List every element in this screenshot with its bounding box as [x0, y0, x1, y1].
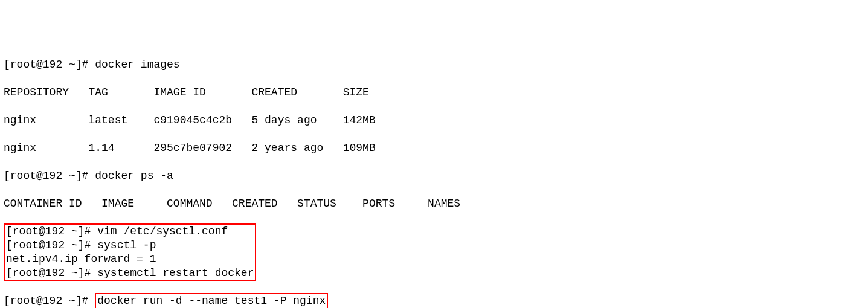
- prompt: [root@192 ~]#: [6, 225, 97, 237]
- line-cmd-run1: [root@192 ~]# docker run -d --name test1…: [4, 294, 864, 308]
- cmd: docker ps -a: [95, 170, 173, 182]
- cmd: vim /etc/sysctl.conf: [97, 225, 228, 237]
- cmd: systemctl restart docker: [97, 267, 254, 279]
- highlight-box: [root@192 ~]# vim /etc/sysctl.conf [root…: [4, 223, 256, 281]
- highlight-box: docker run -d --name test1 -P nginx: [95, 293, 328, 308]
- images-row: nginx latest c919045c4c2b 5 days ago 142…: [4, 114, 864, 127]
- output: net.ipv4.ip_forward = 1: [6, 253, 156, 265]
- cmd: docker run -d --name test1 -P nginx: [97, 295, 326, 307]
- prompt: [root@192 ~]#: [4, 295, 95, 307]
- images-row: nginx 1.14 295c7be07902 2 years ago 109M…: [4, 141, 864, 155]
- line-cmd-ps: [root@192 ~]# docker ps -a: [4, 169, 864, 183]
- line-cmd-images: [root@192 ~]# docker images: [4, 58, 864, 72]
- prompt: [root@192 ~]#: [4, 170, 95, 182]
- ps-header: CONTAINER ID IMAGE COMMAND CREATED STATU…: [4, 197, 864, 211]
- prompt: [root@192 ~]#: [6, 239, 97, 251]
- prompt: [root@192 ~]#: [4, 59, 95, 71]
- highlight-block1: [root@192 ~]# vim /etc/sysctl.conf [root…: [4, 225, 864, 280]
- images-header: REPOSITORY TAG IMAGE ID CREATED SIZE: [4, 86, 864, 100]
- cmd: docker images: [95, 59, 179, 71]
- prompt: [root@192 ~]#: [6, 267, 97, 279]
- cmd: sysctl -p: [97, 239, 156, 251]
